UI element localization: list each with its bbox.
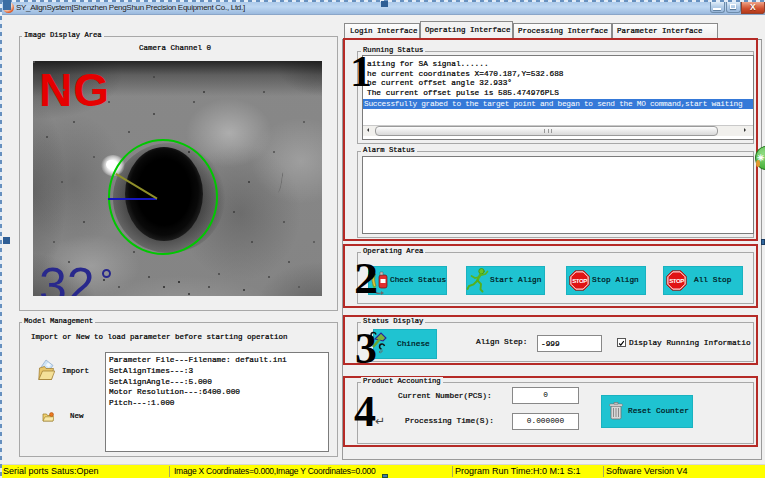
svg-text:STOP: STOP <box>669 277 684 284</box>
svg-text:STOP: STOP <box>572 277 587 284</box>
